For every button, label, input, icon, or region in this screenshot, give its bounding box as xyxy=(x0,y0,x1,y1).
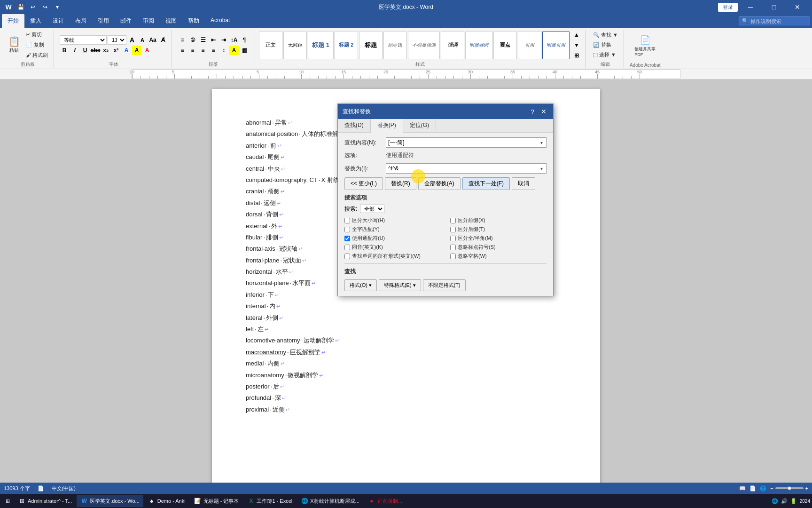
decrease-indent-btn[interactable]: ⇤ xyxy=(209,35,218,45)
tab-mailings[interactable]: 邮件 xyxy=(115,14,137,28)
less-btn[interactable]: << 更少(L) xyxy=(344,177,383,190)
zoom-in-btn[interactable]: + xyxy=(805,485,808,491)
taskbar-excel[interactable]: X 工作簿1 - Excel xyxy=(243,495,296,507)
styles-scroll-up[interactable]: ▲ xyxy=(572,30,581,40)
taskbar-notepad[interactable]: 📝 无标题 - 记事本 xyxy=(190,495,243,507)
tab-goto[interactable]: 定位(G) xyxy=(403,119,436,132)
select-btn[interactable]: ⬚ 选择 ▼ xyxy=(591,50,618,59)
shading-btn[interactable]: A xyxy=(229,46,239,55)
align-left-btn[interactable]: ≡ xyxy=(178,46,187,55)
redo-quick-btn[interactable]: ↪ xyxy=(40,2,50,12)
underline-btn[interactable]: U xyxy=(80,46,90,55)
search-scope-select[interactable]: 全部 xyxy=(360,205,384,213)
font-name-select[interactable]: 等线 xyxy=(60,35,107,45)
numbering-btn[interactable]: ① xyxy=(188,35,197,45)
case-checkbox[interactable] xyxy=(344,218,350,223)
borders-btn[interactable]: ▦ xyxy=(240,46,249,55)
dialog-help-btn[interactable]: ? xyxy=(528,107,537,116)
tab-help[interactable]: 帮助 xyxy=(182,14,205,28)
tab-home[interactable]: 开始 xyxy=(2,14,24,28)
style-strong[interactable]: 要点 xyxy=(493,31,517,59)
increase-indent-btn[interactable]: ⇥ xyxy=(219,35,228,45)
undo-quick-btn[interactable]: ↩ xyxy=(28,2,38,12)
replace-input[interactable] xyxy=(386,163,547,174)
minimize-button[interactable]: ─ xyxy=(740,0,761,14)
prefix-checkbox[interactable] xyxy=(450,218,456,223)
close-button[interactable]: ✕ xyxy=(787,0,808,14)
styles-scroll-down[interactable]: ▼ xyxy=(572,40,581,50)
paste-button[interactable]: 📋 粘贴 xyxy=(6,35,23,55)
zoom-out-btn[interactable]: − xyxy=(770,485,773,491)
find-dropdown-arrow[interactable]: ▾ xyxy=(537,138,546,147)
find-next-btn[interactable]: 查找下一处(F) xyxy=(462,177,510,190)
find-btn[interactable]: 🔍 查找 ▼ xyxy=(591,31,620,40)
show-marks-btn[interactable]: ¶ xyxy=(240,35,249,45)
tab-find[interactable]: 查找(D) xyxy=(338,119,371,132)
text-effect-btn[interactable]: A xyxy=(122,46,131,55)
style-intense-em[interactable]: 明显强调 xyxy=(465,31,492,59)
search-input[interactable] xyxy=(750,18,807,24)
taskbar-recording[interactable]: ● 正在录制... xyxy=(364,495,406,507)
style-intense-quote[interactable]: 明显引用 xyxy=(542,31,570,59)
view-read-btn[interactable]: 📖 xyxy=(739,485,746,492)
subscript-btn[interactable]: x₂ xyxy=(101,46,110,55)
login-button[interactable]: 登录 xyxy=(718,3,738,12)
justify-btn[interactable]: ≡ xyxy=(209,46,218,55)
strikethrough-btn[interactable]: abc xyxy=(91,46,100,55)
view-print-btn[interactable]: 📄 xyxy=(750,485,756,492)
wildcard-checkbox[interactable] xyxy=(344,236,350,241)
whole-checkbox[interactable] xyxy=(344,227,350,232)
tab-replace[interactable]: 替换(P) xyxy=(371,119,403,133)
copy-button[interactable]: 📄 复制 xyxy=(24,40,50,49)
taskbar-admin[interactable]: ⊞ Administrator^ - T... xyxy=(15,495,76,507)
replace-btn[interactable]: 替换(R) xyxy=(385,177,416,190)
bullets-btn[interactable]: ≡ xyxy=(178,35,187,45)
restore-button[interactable]: □ xyxy=(763,0,785,14)
find-input[interactable] xyxy=(386,137,547,148)
highlight-btn[interactable]: A xyxy=(132,46,141,55)
save-quick-btn[interactable]: 💾 xyxy=(16,2,25,12)
tab-review[interactable]: 审阅 xyxy=(137,14,160,28)
punct-checkbox[interactable] xyxy=(450,245,456,250)
style-nospace[interactable]: 无间距 xyxy=(283,31,307,59)
change-case-btn[interactable]: Aa xyxy=(148,35,157,45)
bold-btn[interactable]: B xyxy=(60,46,69,55)
tab-acrobat[interactable]: Acrobat xyxy=(205,14,235,28)
style-subtle-em[interactable]: 不明显强调 xyxy=(408,31,440,59)
fullwidth-checkbox[interactable] xyxy=(450,236,456,241)
cancel-btn[interactable]: 取消 xyxy=(512,177,535,190)
tab-layout[interactable]: 布局 xyxy=(70,14,92,28)
italic-btn[interactable]: I xyxy=(70,46,79,55)
style-h1[interactable]: 标题 1 xyxy=(308,31,334,59)
view-web-btn[interactable]: 🌐 xyxy=(760,485,766,492)
style-normal[interactable]: 正文 xyxy=(259,31,282,59)
allforms-checkbox[interactable] xyxy=(344,254,350,259)
special-btn[interactable]: 特殊格式(E) ▾ xyxy=(379,279,421,291)
no-format-btn[interactable]: 不限定格式(T) xyxy=(423,279,466,291)
style-quote[interactable]: 引用 xyxy=(518,31,541,59)
style-title[interactable]: 标题 xyxy=(359,31,383,59)
customize-quick-btn[interactable]: ▾ xyxy=(53,2,62,12)
font-size-select[interactable]: 11 xyxy=(108,35,126,45)
zoom-slider[interactable]: − + xyxy=(770,485,808,491)
tab-view[interactable]: 视图 xyxy=(160,14,182,28)
font-grow-btn[interactable]: A xyxy=(127,35,137,45)
tab-design[interactable]: 设计 xyxy=(47,14,70,28)
replace-all-btn[interactable]: 全部替换(A) xyxy=(418,177,461,190)
space-checkbox[interactable] xyxy=(450,254,456,259)
tab-insert[interactable]: 插入 xyxy=(24,14,47,28)
style-subtitle[interactable]: 副标题 xyxy=(383,31,407,59)
align-right-btn[interactable]: ≡ xyxy=(198,46,208,55)
taskbar-word[interactable]: W 医学英文.docx - Wo... xyxy=(77,495,143,507)
format-painter-button[interactable]: 🖌 格式刷 xyxy=(24,51,50,60)
taskbar-anki[interactable]: ♠ Demo - Anki xyxy=(144,495,189,507)
superscript-btn[interactable]: x² xyxy=(111,46,121,55)
taskbar-browser[interactable]: 🌐 X射线计算机断层成... xyxy=(297,495,363,507)
sort-btn[interactable]: ↕A xyxy=(229,35,239,45)
dialog-close-btn[interactable]: ✕ xyxy=(539,107,548,116)
replace-dropdown-arrow[interactable]: ▾ xyxy=(537,164,546,173)
tab-references[interactable]: 引用 xyxy=(92,14,115,28)
replace-btn[interactable]: 🔄 替换 xyxy=(591,40,613,49)
clear-format-btn[interactable]: A̸ xyxy=(158,35,168,45)
suffix-checkbox[interactable] xyxy=(450,227,456,232)
